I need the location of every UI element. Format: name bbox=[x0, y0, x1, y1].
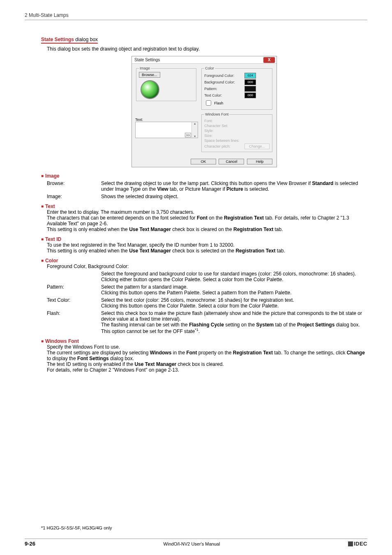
page-footer: 9-26 WindO/I-NV2 User's Manual IDEC bbox=[25, 539, 367, 547]
dialog-titlebar: State Settings X bbox=[132, 56, 277, 64]
text-input[interactable]: ▲▼ >> bbox=[135, 122, 198, 138]
image-key: Image: bbox=[47, 194, 101, 199]
color-legend: Color bbox=[204, 66, 215, 70]
section-text-body: Enter the text to display. The maximum n… bbox=[47, 209, 367, 232]
image-group: Image Browse... bbox=[136, 66, 196, 101]
flash-key: Flash: bbox=[47, 310, 101, 334]
pattern-key: Pattern: bbox=[47, 284, 101, 296]
fg-color-swatch[interactable]: 024 bbox=[244, 73, 256, 79]
wf-sbl-label: Space between lines: bbox=[204, 139, 240, 143]
pattern-swatch[interactable] bbox=[244, 86, 256, 92]
logo-text: IDEC bbox=[354, 541, 367, 547]
scrollbar[interactable]: ▲▼ bbox=[191, 122, 198, 138]
help-button[interactable]: Help bbox=[247, 159, 272, 164]
image-legend: Image bbox=[139, 66, 151, 70]
wf-cp-label: Character pitch: bbox=[204, 144, 231, 148]
scroll-up-icon[interactable]: ▲ bbox=[194, 122, 196, 125]
color-group: Color Foreground Color:024 Background Co… bbox=[201, 66, 272, 110]
close-icon[interactable]: X bbox=[263, 57, 275, 63]
flash-checkbox[interactable] bbox=[206, 100, 211, 106]
color-fgbg-line: Foreground Color, Background Color: bbox=[47, 264, 367, 269]
footer-center: WindO/I-NV2 User's Manual bbox=[164, 541, 220, 546]
section-text-head: Text bbox=[45, 204, 55, 209]
pattern-value: Select the pattern for a standard image.… bbox=[101, 284, 367, 296]
color-fgbg-value: Select the foreground and background col… bbox=[101, 271, 367, 282]
scroll-down-icon[interactable]: ▼ bbox=[194, 135, 196, 138]
image-value: Shows the selected drawing object. bbox=[101, 194, 367, 199]
flash-label: Flash bbox=[214, 101, 223, 105]
dialog-title-rest: dialog box bbox=[74, 37, 98, 42]
wf-font-label: Font: bbox=[204, 119, 213, 123]
pattern-label: Pattern: bbox=[204, 87, 243, 91]
bullet-icon: ■ bbox=[41, 339, 44, 343]
textcolor-label: Text Color: bbox=[204, 93, 243, 97]
textcolor-swatch[interactable]: 000 bbox=[244, 92, 256, 98]
change-button: Change... bbox=[244, 143, 270, 149]
logo-square-icon bbox=[348, 541, 353, 546]
dialog-title-heading: State Settings dialog box bbox=[41, 37, 98, 44]
cancel-button[interactable]: Cancel bbox=[219, 159, 244, 164]
bullet-icon: ■ bbox=[41, 237, 44, 241]
expand-button[interactable]: >> bbox=[185, 133, 191, 137]
state-settings-dialog: State Settings X Image Browse... Text: ▲… bbox=[131, 56, 277, 167]
ok-button[interactable]: OK bbox=[191, 159, 216, 164]
windows-font-group: Windows Font Font: Character Set: Style:… bbox=[201, 112, 272, 152]
bullet-icon: ■ bbox=[41, 258, 44, 263]
textcolor-value: Select the text color (color: 256 colors… bbox=[101, 297, 367, 309]
flash-value: Select this check box to make the pictur… bbox=[101, 310, 367, 334]
bg-color-label: Background Color: bbox=[204, 80, 243, 84]
text-field-label: Text: bbox=[135, 118, 197, 122]
wf-legend: Windows Font bbox=[204, 112, 229, 116]
footnote: *1 HG2G-S/-5S/-5F, HG3G/4G only bbox=[41, 525, 112, 530]
fg-color-label: Foreground Color: bbox=[204, 74, 243, 78]
section-wf-head: Windows Font bbox=[45, 338, 79, 344]
browse-button[interactable]: Browse... bbox=[139, 72, 160, 78]
wf-style-label: Style: bbox=[204, 129, 214, 133]
section-textid-body: To use the text registered in the Text M… bbox=[47, 242, 367, 254]
idec-logo: IDEC bbox=[348, 541, 367, 547]
section-wf-body: Specify the Windows Font to use. The cur… bbox=[47, 344, 367, 373]
browse-key: Browse: bbox=[47, 180, 101, 192]
dialog-title-bold: State Settings bbox=[41, 37, 74, 42]
bullet-icon: ■ bbox=[41, 173, 44, 178]
bg-color-swatch[interactable]: 000 bbox=[244, 79, 256, 85]
bullet-icon: ■ bbox=[41, 204, 44, 208]
browse-value: Select the drawing object to use for the… bbox=[101, 180, 367, 192]
intro-text: This dialog box sets the drawing object … bbox=[47, 46, 367, 52]
header-section-title: 2 Multi-State Lamps bbox=[25, 12, 367, 20]
textcolor-key: Text Color: bbox=[47, 297, 101, 309]
section-textid-head: Text ID bbox=[45, 236, 61, 242]
lamp-preview-icon bbox=[141, 80, 159, 99]
dialog-window-title: State Settings bbox=[134, 58, 160, 62]
wf-charset-label: Character Set: bbox=[204, 124, 228, 128]
page-number: 9-26 bbox=[25, 541, 35, 547]
wf-size-label: Size: bbox=[204, 134, 212, 138]
section-color-head: Color bbox=[45, 258, 58, 264]
section-image-head: Image bbox=[45, 173, 60, 179]
